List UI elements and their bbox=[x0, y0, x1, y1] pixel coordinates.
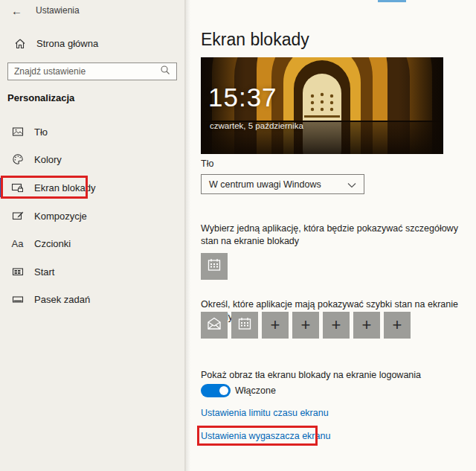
sidebar-item-lock-screen[interactable]: Ekran blokady bbox=[0, 176, 184, 199]
palette-icon bbox=[11, 153, 24, 166]
fonts-icon: Aa bbox=[11, 237, 24, 250]
search-settings-box[interactable] bbox=[7, 63, 177, 80]
login-background-text: Pokaż obraz tła ekranu blokady na ekrani… bbox=[201, 369, 461, 382]
plus-icon: + bbox=[332, 317, 341, 333]
sidebar-item-themes[interactable]: Kompozycje bbox=[0, 205, 184, 227]
sidebar-item-label: Pasek zadań bbox=[34, 294, 90, 305]
plus-icon: + bbox=[271, 317, 280, 333]
sidebar-item-background[interactable]: Tło bbox=[0, 121, 184, 143]
quick-status-tile-add-3[interactable]: + bbox=[323, 312, 350, 339]
sidebar-item-label: Start bbox=[34, 266, 54, 278]
background-dropdown-label: Tło bbox=[201, 158, 213, 169]
themes-icon bbox=[11, 210, 24, 222]
background-dropdown[interactable]: W centrum uwagi Windows bbox=[201, 174, 364, 194]
preview-clock-date: czwartek, 5 października bbox=[210, 121, 303, 130]
sidebar-item-fonts[interactable]: Aa Czcionki bbox=[0, 232, 184, 254]
lock-screen-icon bbox=[11, 182, 24, 194]
mail-icon bbox=[206, 316, 222, 334]
quick-status-tile-add-2[interactable]: + bbox=[292, 312, 319, 339]
top-edge-blue-bar bbox=[378, 0, 406, 2]
start-tiles-icon bbox=[11, 266, 24, 278]
quick-status-tile-add-1[interactable]: + bbox=[262, 312, 289, 339]
sidebar-item-colors[interactable]: Kolory bbox=[0, 148, 184, 170]
sidebar-item-label: Czcionki bbox=[34, 238, 71, 249]
sidebar-divider bbox=[184, 0, 190, 471]
toggle-knob bbox=[219, 386, 228, 395]
quick-status-tile-calendar[interactable] bbox=[231, 312, 258, 339]
settings-sidebar: ← Ustawienia Strona główna Personalizacj… bbox=[0, 0, 186, 471]
plus-icon: + bbox=[393, 317, 402, 333]
background-icon bbox=[11, 126, 24, 138]
search-input[interactable] bbox=[14, 66, 160, 77]
window-title: Ustawienia bbox=[36, 5, 80, 16]
calendar-icon bbox=[207, 257, 222, 275]
lock-screen-preview-image: 15:37 czwartek, 5 października bbox=[201, 57, 443, 154]
quick-status-tile-add-5[interactable]: + bbox=[384, 312, 411, 339]
plus-icon: + bbox=[301, 317, 311, 333]
sidebar-item-start[interactable]: Start bbox=[0, 260, 184, 283]
background-dropdown-value: W centrum uwagi Windows bbox=[209, 179, 347, 190]
screensaver-settings-link[interactable]: Ustawienia wygaszacza ekranu bbox=[201, 431, 330, 441]
back-arrow-icon[interactable]: ← bbox=[11, 4, 28, 18]
sidebar-home-label: Strona główna bbox=[36, 38, 98, 49]
quick-status-tile-add-4[interactable]: + bbox=[353, 312, 380, 339]
sidebar-item-label: Kolory bbox=[34, 154, 62, 165]
screen-timeout-settings-link[interactable]: Ustawienia limitu czasu ekranu bbox=[201, 408, 329, 418]
chevron-down-icon bbox=[347, 178, 356, 191]
quick-status-tile-mail[interactable] bbox=[201, 312, 228, 339]
sidebar-item-label: Kompozycje bbox=[34, 211, 87, 222]
preview-clock-time: 15:37 bbox=[208, 83, 277, 112]
selected-item-accent-bar bbox=[0, 178, 3, 197]
login-background-toggle[interactable] bbox=[201, 384, 231, 397]
search-icon bbox=[160, 65, 170, 78]
sidebar-item-label: Tło bbox=[34, 126, 48, 138]
calendar-icon bbox=[237, 316, 252, 334]
detailed-status-app-button[interactable] bbox=[201, 253, 228, 280]
plus-icon: + bbox=[362, 317, 372, 333]
sidebar-item-label: Ekran blokady bbox=[34, 182, 95, 193]
home-icon bbox=[13, 37, 26, 50]
page-title: Ekran blokady bbox=[201, 30, 309, 50]
toggle-state-label: Włączone bbox=[235, 385, 276, 396]
sidebar-item-taskbar[interactable]: Pasek zadań bbox=[0, 288, 184, 310]
taskbar-icon bbox=[11, 293, 24, 306]
sidebar-item-home[interactable]: Strona główna bbox=[13, 37, 98, 50]
detailed-status-text: Wybierz jedną aplikację, która będzie po… bbox=[201, 222, 461, 248]
section-label-personalization: Personalizacja bbox=[7, 92, 74, 103]
